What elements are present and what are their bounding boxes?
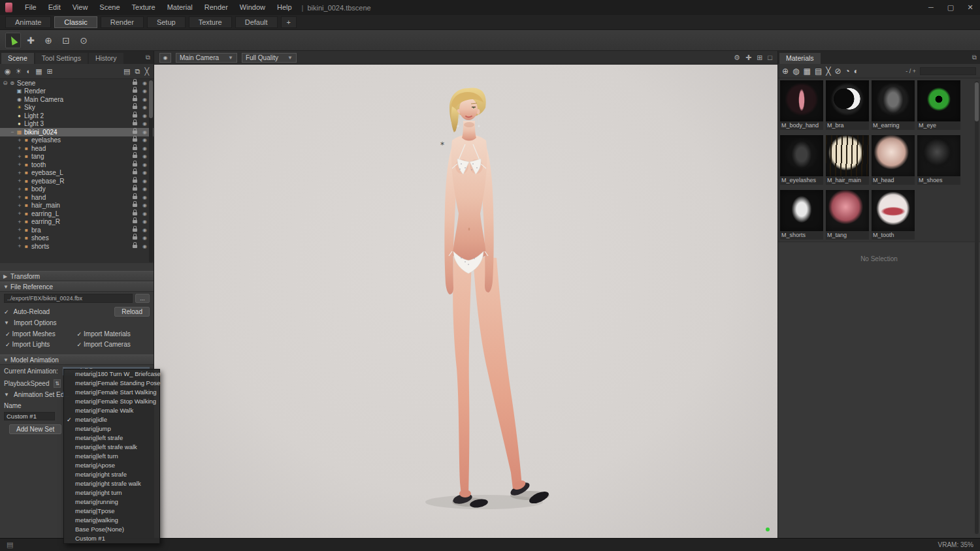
tree-item-eyelashes[interactable]: +■eyelashes◉ [0, 136, 154, 145]
visibility-icon[interactable]: ◉ [142, 129, 147, 135]
material-m_tooth[interactable]: M_tooth [872, 190, 915, 240]
dropdown-item[interactable]: metarig|left turn [64, 452, 159, 461]
material-m_shoes[interactable]: M_shoes [917, 135, 960, 185]
lock-icon[interactable] [133, 106, 137, 109]
expander-icon[interactable]: + [16, 178, 23, 184]
dropdown-item[interactable]: Custom #1 [64, 534, 159, 543]
tree-scrollbar-thumb[interactable] [149, 80, 153, 118]
set-name-field[interactable]: Custom #1 [4, 412, 55, 420]
lock-icon[interactable] [133, 98, 137, 101]
grid-icon[interactable]: ▤ [7, 541, 13, 549]
transform-section-header[interactable]: ▶ Transform [0, 271, 154, 281]
menu-view[interactable]: View [67, 0, 94, 15]
dropdown-item[interactable]: metarig|walking [64, 516, 159, 525]
minimize-button[interactable]: ─ [921, 0, 941, 15]
playback-stepper[interactable]: ⇅ [54, 379, 61, 388]
tab-default[interactable]: Default [235, 16, 278, 28]
close-button[interactable]: ✕ [960, 0, 980, 15]
material-m_body_hand[interactable]: M_body_hand [780, 80, 823, 130]
dropdown-item[interactable]: metarig|right strafe [64, 470, 159, 479]
visibility-icon[interactable]: ◉ [142, 202, 147, 208]
quality-select[interactable]: Full Quality ▼ [242, 53, 297, 63]
expander-icon[interactable]: + [16, 219, 23, 225]
dropdown-item[interactable]: metarig|Female Start Walking [64, 388, 159, 397]
gear-icon[interactable]: ⚙ [734, 54, 740, 62]
visibility-icon[interactable]: ◉ [142, 186, 147, 192]
visibility-icon[interactable]: ◉ [142, 170, 147, 176]
tab-add[interactable]: + [281, 16, 297, 28]
material-m_shorts[interactable]: M_shorts [780, 190, 823, 240]
checkbox-checked-icon[interactable]: ✓ [5, 341, 10, 348]
add-object-icon[interactable]: ▦ [35, 67, 42, 76]
dropdown-item[interactable]: metarig|Female Standing Pose [64, 379, 159, 388]
tree-item-earring_r[interactable]: +■earring_R◉ [0, 218, 154, 227]
maximize-icon[interactable]: □ [768, 54, 772, 62]
visibility-icon[interactable]: ◉ [142, 104, 147, 110]
reload-button[interactable]: Reload [114, 307, 150, 317]
expander-icon[interactable]: + [16, 186, 23, 193]
lock-icon[interactable] [133, 245, 137, 248]
globe-icon[interactable]: ◐ [854, 67, 858, 76]
material-m_eye[interactable]: M_eye [917, 80, 960, 130]
menu-scene[interactable]: Scene [93, 0, 125, 15]
menu-material[interactable]: Material [161, 0, 199, 15]
tab-tool-settings[interactable]: Tool Settings [35, 53, 88, 64]
menu-window[interactable]: Window [234, 0, 271, 15]
visibility-icon[interactable]: ◉ [142, 97, 147, 102]
duplicate-icon[interactable]: ⧉ [135, 67, 140, 76]
visibility-icon[interactable]: ◉ [142, 146, 147, 151]
tree-item-render[interactable]: ▣Render◉ [0, 87, 154, 96]
add-sky-icon[interactable]: ◐ [26, 67, 31, 75]
visibility-icon[interactable]: ◉ [142, 178, 147, 184]
lock-icon[interactable] [133, 82, 137, 85]
dropdown-item[interactable]: metarig|Apose [64, 461, 159, 470]
visibility-icon[interactable]: ◉ [142, 235, 147, 241]
add-camera-icon[interactable]: ◉ [5, 67, 11, 76]
expander-icon[interactable]: + [16, 227, 23, 233]
dropdown-item[interactable]: metarig|right turn [64, 488, 159, 497]
lock-icon[interactable] [133, 138, 137, 142]
lock-icon[interactable] [133, 89, 137, 93]
checkbox-checked-icon[interactable]: ✓ [77, 341, 82, 348]
tab-animate[interactable]: Animate [5, 16, 51, 28]
dropdown-item[interactable]: metarig|Female Stop Walking [64, 397, 159, 406]
tab-scene[interactable]: Scene [1, 53, 34, 64]
tab-history[interactable]: History [89, 53, 123, 64]
tree-item-tooth[interactable]: +■tooth◉ [0, 161, 154, 169]
expander-icon[interactable]: + [16, 210, 23, 217]
import-icon[interactable]: ⊞ [47, 67, 53, 76]
lock-icon[interactable] [133, 163, 137, 166]
dropdown-item[interactable]: metarig|running [64, 497, 159, 507]
visibility-icon[interactable]: ◉ [142, 244, 147, 249]
expander-icon[interactable]: ⊖ [2, 80, 8, 86]
add-new-set-button[interactable]: Add New Set [9, 424, 61, 434]
dropdown-item[interactable]: metarig|Tpose [64, 507, 159, 516]
dropdown-item[interactable]: ✓metarig|idle [64, 415, 159, 424]
menu-help[interactable]: Help [271, 0, 298, 15]
expander-icon[interactable]: + [16, 170, 23, 176]
pan-icon[interactable]: ✚ [745, 54, 751, 62]
materials-scrollbar[interactable] [975, 81, 979, 534]
folder-icon[interactable]: ▤ [815, 67, 822, 76]
tree-item-sky[interactable]: ☀Sky◉ [0, 104, 154, 112]
tab-materials[interactable]: Materials [779, 53, 821, 64]
tree-item-shoes[interactable]: +■shoes◉ [0, 234, 154, 243]
file-reference-section-header[interactable]: ▼ File Reference [0, 281, 154, 292]
visibility-icon[interactable]: ◉ [142, 211, 147, 217]
menu-file[interactable]: File [19, 0, 42, 15]
tree-item-eyebase_l[interactable]: +■eyebase_L◉ [0, 169, 154, 178]
add-material-icon[interactable]: ⊕ [782, 67, 789, 76]
menu-edit[interactable]: Edit [42, 0, 67, 15]
checkbox-checked-icon[interactable]: ✓ [77, 331, 82, 338]
fbx-path-field[interactable]: ../export/FBX/bikini_0024.fbx [4, 294, 133, 303]
expander-icon[interactable]: + [16, 153, 23, 160]
tree-item-bra[interactable]: +■bra◉ [0, 226, 154, 234]
dropdown-item[interactable]: Base Pose(None) [64, 525, 159, 534]
material-filter-field[interactable] [920, 67, 976, 75]
tree-item-scene[interactable]: ⊖⊚Scene◉ [0, 79, 154, 87]
tree-item-earring_l[interactable]: +■earring_L◉ [0, 210, 154, 218]
lock-icon[interactable] [133, 220, 137, 223]
folder-icon[interactable]: ▤ [123, 67, 130, 76]
menu-texture[interactable]: Texture [126, 0, 161, 15]
tree-item-hair_main[interactable]: +■hair_main◉ [0, 202, 154, 210]
